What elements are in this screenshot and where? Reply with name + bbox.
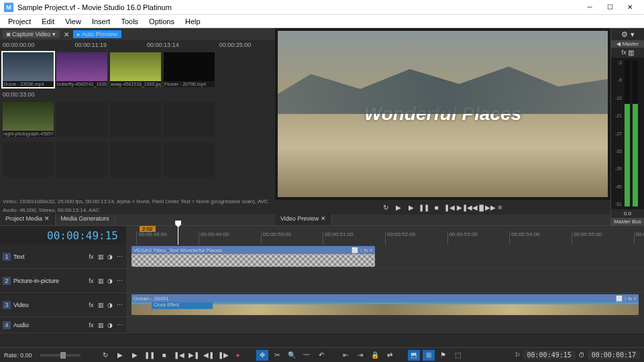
video-preview[interactable]: Wonderful Places: [278, 31, 608, 197]
go-start-icon[interactable]: ◀◀❚: [470, 202, 480, 213]
close-panel-icon[interactable]: ✕: [64, 31, 69, 38]
media-item[interactable]: night-photograph-4585759_1920.jpg: [3, 102, 54, 137]
track-header[interactable]: 3 Video fx▥◑⋯: [0, 293, 126, 316]
minimize-button[interactable]: ─: [580, 1, 600, 14]
maximize-button[interactable]: ☐: [600, 1, 620, 14]
media-item[interactable]: Flower - 26790.mp4: [164, 52, 215, 87]
solo-icon[interactable]: ◑: [106, 302, 114, 308]
pause-icon[interactable]: ❚❚: [144, 350, 156, 361]
track-body[interactable]: [126, 269, 644, 292]
track-header[interactable]: 2 Picture-in-picture fx▥◑⋯: [0, 269, 126, 292]
record-icon[interactable]: ●: [232, 350, 244, 361]
play-start-icon[interactable]: ▶: [393, 202, 404, 213]
tool-normal-icon[interactable]: ✥: [256, 350, 268, 361]
mute-icon[interactable]: ▥: [97, 278, 105, 284]
media-slot-empty[interactable]: [56, 142, 107, 177]
loop-icon[interactable]: ↻: [99, 350, 111, 361]
solo-icon[interactable]: ◑: [106, 253, 114, 260]
mute-icon[interactable]: ▥: [97, 253, 105, 260]
tab-media-generators[interactable]: Media Generators: [56, 215, 115, 225]
more-icon[interactable]: ⋯: [115, 253, 123, 260]
media-slot-empty[interactable]: [110, 142, 161, 177]
menu-project[interactable]: Project: [3, 17, 36, 25]
menu-edit[interactable]: Edit: [36, 17, 60, 25]
lock-icon[interactable]: 🔒: [369, 350, 381, 361]
tab-project-media[interactable]: Project Media ✕: [0, 215, 56, 225]
track-header[interactable]: 4 Audio fx▥◑⋯: [0, 317, 126, 333]
track-header[interactable]: 1 Text fx▥◑⋯: [0, 245, 126, 268]
menu-help[interactable]: Help: [180, 17, 206, 25]
tool-cut-icon[interactable]: ✂: [271, 350, 283, 361]
next-frame-icon[interactable]: ❚▶: [217, 350, 229, 361]
tool-envelope-icon[interactable]: 〰: [301, 350, 313, 361]
stop-icon[interactable]: ■: [158, 350, 170, 361]
clip-label[interactable]: Ocean - 20451⬜ ↕ fx ≡: [131, 294, 639, 302]
timeline-ruler[interactable]: 2:02 00:00:48:00 00:00:49:00 00:00:50:00…: [126, 226, 644, 245]
solo-icon[interactable]: ◑: [106, 278, 114, 284]
playhead[interactable]: [178, 226, 178, 245]
fx-icon[interactable]: fx: [87, 322, 95, 328]
more-icon[interactable]: ⋯: [115, 278, 123, 284]
stop-icon[interactable]: ■: [431, 202, 442, 213]
go-end-icon[interactable]: ▶❚: [188, 350, 200, 361]
solo-icon[interactable]: ◑: [106, 322, 114, 328]
more-icon[interactable]: ⋯: [115, 302, 123, 308]
play-icon[interactable]: ▶: [406, 202, 417, 213]
track-body[interactable]: VEGAS Titles_Text Wonderful Places⬜ ↕ fx…: [126, 245, 644, 268]
auto-ripple-icon[interactable]: ⬚: [452, 350, 464, 361]
media-slot-empty[interactable]: [56, 102, 107, 137]
more-icon[interactable]: ⋯: [115, 322, 123, 328]
next-frame-icon[interactable]: ▶❚: [457, 202, 468, 213]
pin-icon[interactable]: ▾: [631, 30, 635, 39]
media-slot-empty[interactable]: [164, 102, 215, 137]
menu-view[interactable]: View: [60, 17, 87, 25]
media-item[interactable]: Drone - 22036.mp4: [3, 52, 54, 87]
media-slot-empty[interactable]: [110, 102, 161, 137]
marker-icon[interactable]: ⚑: [437, 350, 449, 361]
cross-effect[interactable]: Cross Effect: [152, 302, 213, 309]
media-item[interactable]: butterfly-4560742_1920.jpg: [56, 52, 107, 87]
snap-icon[interactable]: ⬒: [408, 350, 420, 361]
track-body[interactable]: [126, 317, 644, 333]
go-end-icon[interactable]: ❚▶▶: [482, 202, 493, 213]
fx-icon[interactable]: fx: [87, 302, 95, 308]
close-button[interactable]: ✕: [620, 1, 640, 14]
play-icon[interactable]: ▶: [129, 350, 141, 361]
tool-zoom-icon[interactable]: 🔍: [286, 350, 298, 361]
capture-video-button[interactable]: ◙ Capture Video ▾: [3, 30, 60, 38]
media-slot-empty[interactable]: [164, 142, 215, 177]
settings-icon[interactable]: ⚙: [621, 30, 628, 39]
fx-icon[interactable]: fx: [621, 49, 626, 56]
media-item[interactable]: away-4561518_1920.jpg: [110, 52, 161, 87]
prev-frame-icon[interactable]: ◀❚: [203, 350, 215, 361]
master-bus-label: Master Bus: [611, 218, 644, 225]
trim-in-icon[interactable]: ⇤: [339, 350, 352, 361]
menu-insert[interactable]: Insert: [87, 17, 116, 25]
media-slot-empty[interactable]: [3, 142, 54, 177]
clip-label[interactable]: VEGAS Titles_Text Wonderful Places⬜ ↕ fx…: [131, 246, 375, 254]
timeline-current-time[interactable]: 00:00:49:15: [47, 229, 118, 242]
menu-tools[interactable]: Tools: [115, 17, 144, 25]
undo-icon[interactable]: ↶: [315, 350, 327, 361]
aux-icon[interactable]: ▥: [628, 49, 634, 56]
menu-icon[interactable]: ≡: [495, 202, 506, 213]
mute-icon[interactable]: ▥: [97, 302, 105, 308]
footer-timecode-duration[interactable]: 00:00:00:17: [588, 351, 640, 359]
trim-out-icon[interactable]: ⇥: [354, 350, 366, 361]
ripple-icon[interactable]: ⇄: [384, 350, 396, 361]
prev-frame-icon[interactable]: ❚◀: [444, 202, 455, 213]
fx-icon[interactable]: fx: [87, 278, 95, 284]
pause-icon[interactable]: ❚❚: [419, 202, 429, 213]
footer-timecode-current[interactable]: 00:00:49:15: [523, 351, 576, 359]
play-start-icon[interactable]: ▶: [114, 350, 126, 361]
go-start-icon[interactable]: ❚◀: [173, 350, 185, 361]
quantize-icon[interactable]: ⊞: [423, 350, 435, 361]
rate-slider[interactable]: [40, 354, 80, 357]
auto-preview-button[interactable]: ▸ Auto Preview: [73, 30, 121, 38]
tab-video-preview[interactable]: Video Preview ✕: [275, 215, 332, 225]
loop-icon[interactable]: ↻: [380, 202, 391, 213]
menu-options[interactable]: Options: [144, 17, 180, 25]
fx-icon[interactable]: fx: [87, 253, 95, 260]
track-body[interactable]: Ocean - 20451⬜ ↕ fx ≡ Cross Effect: [126, 293, 644, 316]
mute-icon[interactable]: ▥: [97, 322, 105, 328]
